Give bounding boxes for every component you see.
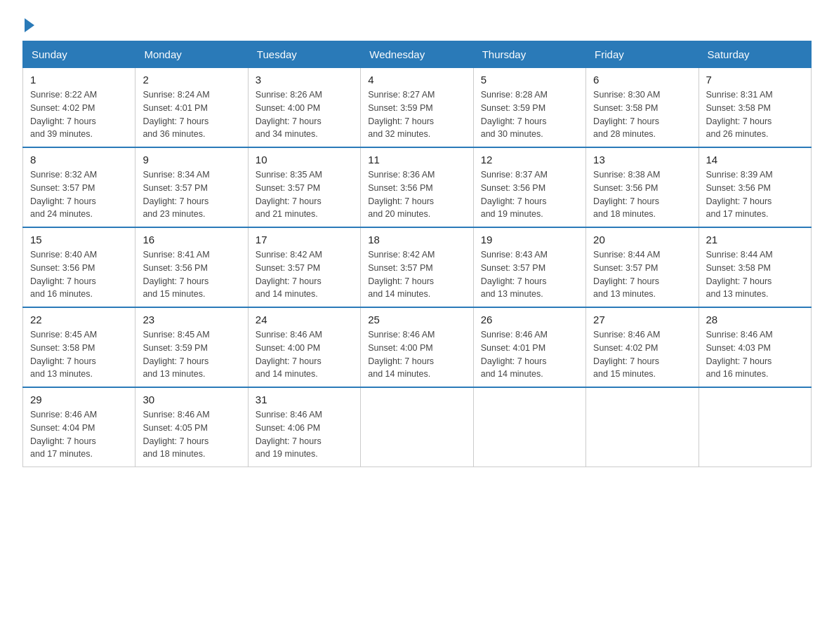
day-info: Sunrise: 8:41 AMSunset: 3:56 PMDaylight:… [143, 248, 240, 301]
day-number: 26 [481, 314, 578, 326]
calendar-week-row: 15Sunrise: 8:40 AMSunset: 3:56 PMDayligh… [23, 227, 812, 307]
calendar-day-cell: 22Sunrise: 8:45 AMSunset: 3:58 PMDayligh… [23, 307, 135, 387]
calendar-day-cell: 10Sunrise: 8:35 AMSunset: 3:57 PMDayligh… [248, 147, 360, 227]
calendar-header-thursday: Thursday [473, 41, 585, 68]
day-info: Sunrise: 8:34 AMSunset: 3:57 PMDaylight:… [143, 168, 240, 221]
day-info: Sunrise: 8:44 AMSunset: 3:57 PMDaylight:… [593, 248, 691, 301]
day-number: 18 [368, 234, 465, 246]
calendar-day-cell: 26Sunrise: 8:46 AMSunset: 4:01 PMDayligh… [473, 307, 585, 387]
calendar-day-cell: 3Sunrise: 8:26 AMSunset: 4:00 PMDaylight… [248, 68, 360, 148]
day-number: 7 [706, 74, 804, 86]
day-number: 12 [481, 154, 578, 166]
calendar-day-cell: 30Sunrise: 8:46 AMSunset: 4:05 PMDayligh… [135, 387, 248, 467]
calendar-day-cell: 29Sunrise: 8:46 AMSunset: 4:04 PMDayligh… [23, 387, 135, 467]
calendar-day-cell: 8Sunrise: 8:32 AMSunset: 3:57 PMDaylight… [23, 147, 135, 227]
day-info: Sunrise: 8:45 AMSunset: 3:59 PMDaylight:… [143, 328, 240, 381]
day-info: Sunrise: 8:26 AMSunset: 4:00 PMDaylight:… [256, 88, 353, 141]
day-info: Sunrise: 8:40 AMSunset: 3:56 PMDaylight:… [30, 248, 128, 301]
day-info: Sunrise: 8:46 AMSunset: 4:04 PMDaylight:… [30, 408, 128, 461]
day-number: 20 [593, 234, 691, 246]
calendar-day-cell: 27Sunrise: 8:46 AMSunset: 4:02 PMDayligh… [586, 307, 699, 387]
calendar-day-cell [699, 387, 811, 467]
calendar-day-cell: 17Sunrise: 8:42 AMSunset: 3:57 PMDayligh… [248, 227, 360, 307]
calendar-week-row: 22Sunrise: 8:45 AMSunset: 3:58 PMDayligh… [23, 307, 812, 387]
day-number: 15 [30, 234, 128, 246]
calendar-day-cell: 24Sunrise: 8:46 AMSunset: 4:00 PMDayligh… [248, 307, 360, 387]
calendar-day-cell: 7Sunrise: 8:31 AMSunset: 3:58 PMDaylight… [699, 68, 811, 148]
day-info: Sunrise: 8:28 AMSunset: 3:59 PMDaylight:… [481, 88, 578, 141]
calendar-day-cell: 19Sunrise: 8:43 AMSunset: 3:57 PMDayligh… [473, 227, 585, 307]
calendar-table: SundayMondayTuesdayWednesdayThursdayFrid… [22, 41, 812, 467]
day-info: Sunrise: 8:45 AMSunset: 3:58 PMDaylight:… [30, 328, 128, 381]
day-info: Sunrise: 8:46 AMSunset: 4:00 PMDaylight:… [368, 328, 465, 381]
day-number: 6 [593, 74, 691, 86]
day-number: 1 [30, 74, 128, 86]
day-number: 13 [593, 154, 691, 166]
day-info: Sunrise: 8:37 AMSunset: 3:56 PMDaylight:… [481, 168, 578, 221]
calendar-day-cell [361, 387, 473, 467]
day-info: Sunrise: 8:43 AMSunset: 3:57 PMDaylight:… [481, 248, 578, 301]
calendar-week-row: 1Sunrise: 8:22 AMSunset: 4:02 PMDaylight… [23, 68, 812, 148]
day-number: 28 [706, 314, 804, 326]
calendar-header-wednesday: Wednesday [361, 41, 473, 68]
day-number: 10 [256, 154, 353, 166]
day-info: Sunrise: 8:24 AMSunset: 4:01 PMDaylight:… [143, 88, 240, 141]
calendar-day-cell: 18Sunrise: 8:42 AMSunset: 3:57 PMDayligh… [361, 227, 473, 307]
calendar-week-row: 8Sunrise: 8:32 AMSunset: 3:57 PMDaylight… [23, 147, 812, 227]
calendar-day-cell: 31Sunrise: 8:46 AMSunset: 4:06 PMDayligh… [248, 387, 360, 467]
day-info: Sunrise: 8:44 AMSunset: 3:58 PMDaylight:… [706, 248, 804, 301]
calendar-day-cell: 23Sunrise: 8:45 AMSunset: 3:59 PMDayligh… [135, 307, 248, 387]
day-info: Sunrise: 8:31 AMSunset: 3:58 PMDaylight:… [706, 88, 804, 141]
calendar-day-cell: 5Sunrise: 8:28 AMSunset: 3:59 PMDaylight… [473, 68, 585, 148]
day-number: 29 [30, 394, 128, 405]
day-number: 9 [143, 154, 240, 166]
calendar-day-cell: 15Sunrise: 8:40 AMSunset: 3:56 PMDayligh… [23, 227, 135, 307]
day-info: Sunrise: 8:39 AMSunset: 3:56 PMDaylight:… [706, 168, 804, 221]
day-number: 16 [143, 234, 240, 246]
day-number: 19 [481, 234, 578, 246]
logo [22, 17, 34, 32]
day-number: 25 [368, 314, 465, 326]
page-header [22, 17, 812, 32]
calendar-header-sunday: Sunday [23, 41, 135, 68]
day-number: 24 [256, 314, 353, 326]
day-info: Sunrise: 8:46 AMSunset: 4:05 PMDaylight:… [143, 408, 240, 461]
day-info: Sunrise: 8:38 AMSunset: 3:56 PMDaylight:… [593, 168, 691, 221]
calendar-day-cell: 21Sunrise: 8:44 AMSunset: 3:58 PMDayligh… [699, 227, 811, 307]
day-info: Sunrise: 8:36 AMSunset: 3:56 PMDaylight:… [368, 168, 465, 221]
calendar-day-cell: 13Sunrise: 8:38 AMSunset: 3:56 PMDayligh… [586, 147, 699, 227]
calendar-day-cell [473, 387, 585, 467]
calendar-header-row: SundayMondayTuesdayWednesdayThursdayFrid… [23, 41, 812, 68]
day-number: 23 [143, 314, 240, 326]
day-info: Sunrise: 8:32 AMSunset: 3:57 PMDaylight:… [30, 168, 128, 221]
calendar-day-cell: 12Sunrise: 8:37 AMSunset: 3:56 PMDayligh… [473, 147, 585, 227]
calendar-day-cell: 1Sunrise: 8:22 AMSunset: 4:02 PMDaylight… [23, 68, 135, 148]
calendar-day-cell: 28Sunrise: 8:46 AMSunset: 4:03 PMDayligh… [699, 307, 811, 387]
day-info: Sunrise: 8:46 AMSunset: 4:06 PMDaylight:… [256, 408, 353, 461]
calendar-day-cell: 4Sunrise: 8:27 AMSunset: 3:59 PMDaylight… [361, 68, 473, 148]
logo-triangle-icon [25, 18, 34, 32]
day-number: 8 [30, 154, 128, 166]
calendar-week-row: 29Sunrise: 8:46 AMSunset: 4:04 PMDayligh… [23, 387, 812, 467]
day-info: Sunrise: 8:46 AMSunset: 4:02 PMDaylight:… [593, 328, 691, 381]
calendar-header-friday: Friday [586, 41, 699, 68]
calendar-day-cell: 16Sunrise: 8:41 AMSunset: 3:56 PMDayligh… [135, 227, 248, 307]
day-number: 14 [706, 154, 804, 166]
day-number: 27 [593, 314, 691, 326]
day-number: 21 [706, 234, 804, 246]
calendar-day-cell: 2Sunrise: 8:24 AMSunset: 4:01 PMDaylight… [135, 68, 248, 148]
day-number: 4 [368, 74, 465, 86]
day-info: Sunrise: 8:22 AMSunset: 4:02 PMDaylight:… [30, 88, 128, 141]
day-info: Sunrise: 8:46 AMSunset: 4:00 PMDaylight:… [256, 328, 353, 381]
day-number: 30 [143, 394, 240, 405]
calendar-day-cell: 25Sunrise: 8:46 AMSunset: 4:00 PMDayligh… [361, 307, 473, 387]
day-info: Sunrise: 8:42 AMSunset: 3:57 PMDaylight:… [368, 248, 465, 301]
day-info: Sunrise: 8:27 AMSunset: 3:59 PMDaylight:… [368, 88, 465, 141]
day-number: 17 [256, 234, 353, 246]
calendar-header-tuesday: Tuesday [248, 41, 360, 68]
calendar-header-saturday: Saturday [699, 41, 811, 68]
calendar-day-cell: 6Sunrise: 8:30 AMSunset: 3:58 PMDaylight… [586, 68, 699, 148]
day-info: Sunrise: 8:46 AMSunset: 4:01 PMDaylight:… [481, 328, 578, 381]
day-number: 5 [481, 74, 578, 86]
day-number: 31 [256, 394, 353, 405]
